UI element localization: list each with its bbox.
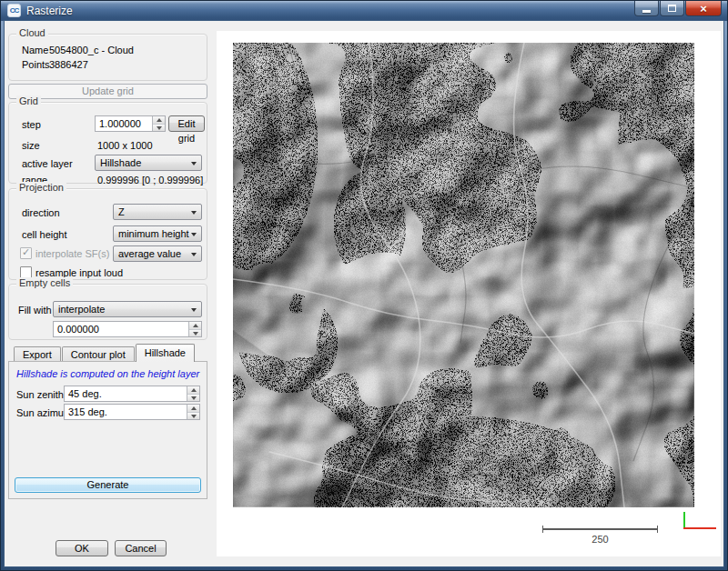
scale-bar bbox=[542, 528, 658, 530]
interpolate-sf-select[interactable]: average value bbox=[113, 245, 202, 262]
grid-group: Grid step Edit grid size 1000 x 1000 act… bbox=[8, 102, 207, 184]
spin-down-icon[interactable] bbox=[189, 329, 201, 336]
spin-down-icon[interactable] bbox=[187, 394, 199, 401]
minimize-icon bbox=[642, 10, 651, 13]
ok-button[interactable]: OK bbox=[56, 540, 108, 556]
hillshade-tab-pane: Hillshade is computed on the height laye… bbox=[8, 361, 207, 499]
rasterize-dialog: Rasterize Cloud Name 5054800_c - Cloud P… bbox=[0, 0, 728, 571]
spin-down-icon[interactable] bbox=[187, 412, 199, 419]
chevron-down-icon bbox=[191, 233, 197, 236]
window-controls bbox=[633, 1, 722, 16]
interpolate-sf-checkbox bbox=[20, 247, 32, 259]
size-value: 1000 x 1000 bbox=[97, 140, 153, 151]
fill-with-label: Fill with bbox=[18, 305, 52, 316]
direction-select[interactable]: Z bbox=[113, 204, 202, 220]
step-input[interactable] bbox=[96, 116, 151, 131]
scale-bar-label: 250 bbox=[542, 534, 658, 545]
direction-label: direction bbox=[22, 207, 60, 218]
close-button[interactable] bbox=[685, 1, 722, 16]
hillshade-note: Hillshade is computed on the height laye… bbox=[16, 368, 199, 379]
sun-azimuth-spinbox[interactable] bbox=[64, 404, 200, 420]
maximize-button[interactable] bbox=[660, 1, 684, 16]
sun-azimuth-input[interactable] bbox=[65, 405, 186, 419]
cell-height-label: cell height bbox=[22, 229, 67, 240]
preview-viewport[interactable]: 250 bbox=[217, 31, 721, 556]
cloud-name-value: 5054800_c - Cloud bbox=[49, 45, 134, 55]
window-title: Rasterize bbox=[26, 1, 73, 21]
sun-zenith-label: Sun zenith bbox=[16, 389, 64, 400]
close-icon bbox=[700, 2, 707, 15]
fill-value-spin-buttons[interactable] bbox=[188, 322, 201, 336]
sun-zenith-input[interactable] bbox=[65, 386, 186, 401]
cell-height-select[interactable]: minimum height bbox=[113, 225, 202, 242]
cloud-points-value: 3886427 bbox=[49, 59, 88, 70]
sun-zenith-spinbox[interactable] bbox=[64, 386, 200, 402]
range-value: 0.999996 [0 ; 0.999996] bbox=[97, 175, 203, 185]
x-axis-icon bbox=[683, 527, 716, 529]
active-layer-value: Hillshade bbox=[100, 157, 141, 168]
cloudcompare-icon bbox=[7, 4, 21, 17]
empty-cells-group-title: Empty cells bbox=[16, 277, 73, 288]
tab-hillshade[interactable]: Hillshade bbox=[136, 344, 195, 362]
spin-up-icon[interactable] bbox=[187, 386, 199, 394]
cloud-name-label: Name bbox=[22, 45, 48, 55]
scale-bar-left-tick bbox=[542, 526, 543, 533]
step-label: step bbox=[22, 119, 41, 130]
fill-value-spinbox[interactable] bbox=[53, 321, 202, 337]
spin-up-icon[interactable] bbox=[153, 116, 165, 124]
step-spinbox[interactable] bbox=[95, 115, 166, 132]
hillshade-preview-image[interactable] bbox=[233, 43, 694, 507]
edit-grid-button[interactable]: Edit grid bbox=[168, 115, 205, 132]
interpolate-sf-value: average value bbox=[118, 248, 181, 259]
projection-group: Projection direction Z cell height minim… bbox=[8, 188, 207, 280]
minimize-button[interactable] bbox=[634, 1, 659, 16]
size-label: size bbox=[22, 140, 40, 151]
titlebar[interactable]: Rasterize bbox=[1, 1, 727, 21]
dialog-client-area: Cloud Name 5054800_c - Cloud Points 3886… bbox=[4, 20, 724, 567]
cloud-group: Cloud Name 5054800_c - Cloud Points 3886… bbox=[8, 34, 207, 81]
direction-value: Z bbox=[118, 206, 125, 217]
spin-up-icon[interactable] bbox=[187, 405, 199, 412]
chevron-down-icon bbox=[191, 162, 197, 165]
sun-zenith-spin-buttons[interactable] bbox=[187, 386, 199, 401]
spin-up-icon[interactable] bbox=[189, 322, 201, 329]
active-layer-label: active layer bbox=[22, 158, 73, 169]
spin-down-icon[interactable] bbox=[153, 124, 165, 131]
fill-with-select[interactable]: interpolate bbox=[53, 301, 202, 317]
fill-value-input[interactable] bbox=[54, 322, 187, 336]
cell-height-value: minimum height bbox=[118, 228, 189, 239]
chevron-down-icon bbox=[191, 253, 197, 256]
scale-bar-right-tick bbox=[657, 526, 658, 533]
step-spin-buttons[interactable] bbox=[152, 116, 165, 131]
tab-bar: Export Contour plot Hillshade bbox=[8, 344, 196, 362]
empty-cells-group: Empty cells Fill with interpolate bbox=[8, 284, 207, 340]
maximize-icon bbox=[668, 5, 676, 12]
projection-group-title: Projection bbox=[16, 182, 66, 193]
fill-with-value: interpolate bbox=[58, 304, 105, 315]
active-layer-select[interactable]: Hillshade bbox=[95, 155, 202, 171]
interpolate-sf-label: interpolate SF(s) bbox=[35, 248, 109, 259]
chevron-down-icon bbox=[191, 308, 197, 312]
tab-contour-plot[interactable]: Contour plot bbox=[62, 346, 135, 362]
cancel-button[interactable]: Cancel bbox=[115, 540, 167, 556]
cloud-group-title: Cloud bbox=[16, 27, 48, 38]
generate-button[interactable]: Generate bbox=[15, 477, 201, 493]
sun-azimuth-spin-buttons[interactable] bbox=[187, 405, 199, 419]
grid-group-title: Grid bbox=[16, 95, 41, 106]
chevron-down-icon bbox=[191, 211, 197, 215]
cloud-points-label: Points bbox=[22, 59, 50, 70]
tab-export[interactable]: Export bbox=[14, 346, 61, 362]
